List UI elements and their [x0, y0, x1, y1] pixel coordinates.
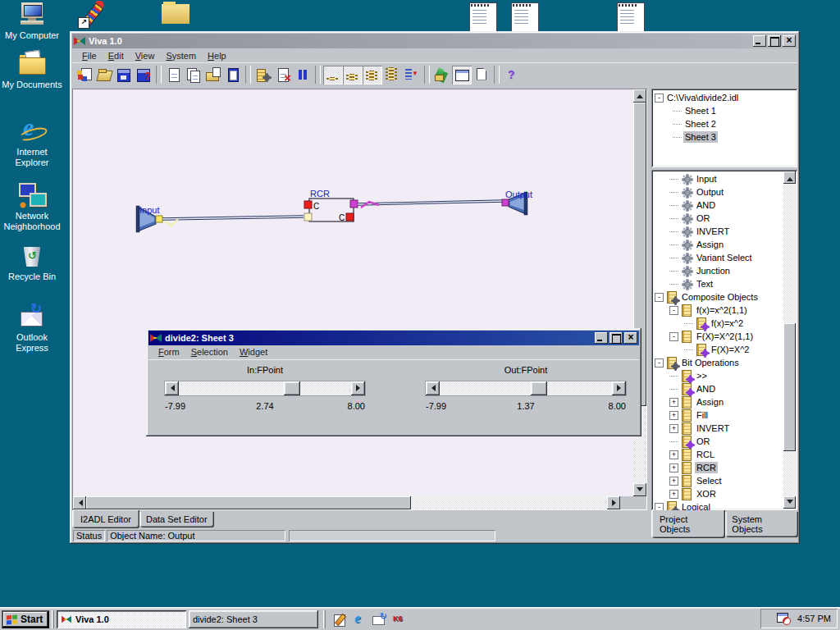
slider-thumb[interactable]	[284, 381, 300, 395]
tree-item-label[interactable]: Sheet 3	[683, 131, 718, 143]
new-leaves-button[interactable]	[432, 66, 452, 84]
rcr-object[interactable]: RCR C C	[304, 189, 358, 222]
slider-track[interactable]	[440, 381, 612, 395]
tree-item-label[interactable]: Bit Operations	[680, 357, 741, 368]
tree-item[interactable]: INVERT	[653, 225, 783, 238]
tree-item[interactable]: Sheet 3	[653, 130, 796, 144]
selection-menu[interactable]: Selection	[185, 346, 234, 358]
tree-item[interactable]: Variant Select	[653, 251, 783, 264]
tree-item-label[interactable]: Variant Select	[695, 252, 754, 263]
tree-item[interactable]: +INVERT	[653, 422, 783, 435]
tree-item[interactable]: AND	[653, 199, 783, 212]
child-title-bar[interactable]: divide2: Sheet 3	[148, 331, 639, 345]
wire-rcr-to-output[interactable]	[358, 201, 504, 208]
hscroll-right-button[interactable]	[607, 496, 620, 509]
tree-item[interactable]: +RCR	[653, 461, 783, 474]
pause-button[interactable]	[293, 66, 313, 84]
maximize-button[interactable]	[768, 35, 781, 47]
quicklaunch-media-icon[interactable]	[392, 613, 406, 627]
wire-input-to-rcr[interactable]	[162, 217, 304, 226]
save-button[interactable]	[114, 66, 134, 84]
tree-item[interactable]: +Select	[653, 474, 783, 487]
task-scheduler-icon[interactable]	[777, 612, 791, 625]
tree-expander[interactable]: +	[669, 411, 678, 420]
tree-expander[interactable]: +	[669, 450, 678, 459]
tree-vertical-scrollbar[interactable]	[783, 171, 796, 509]
open-button[interactable]	[94, 66, 114, 84]
tree-item[interactable]: -C:\Viva\divide2.idl	[653, 91, 796, 104]
hscroll-left-button[interactable]	[73, 496, 86, 509]
desktop-icon-network-neighborhood[interactable]: Network Neighborhood	[0, 182, 64, 232]
slider-thumb[interactable]	[531, 381, 547, 395]
tree-item[interactable]: f(x)=x^2	[653, 317, 783, 330]
tree-expander[interactable]: +	[669, 398, 678, 407]
tree-item[interactable]: +Assign	[653, 395, 783, 409]
slider-left-arrow[interactable]	[426, 381, 440, 395]
taskbar-button-viva[interactable]: Viva 1.0	[57, 610, 186, 628]
tree-item-label[interactable]: OR	[695, 436, 712, 447]
tree-scroll-down-button[interactable]	[783, 496, 796, 509]
tree-item-label[interactable]: Select	[695, 475, 724, 486]
tree-item[interactable]: -Bit Operations	[653, 356, 783, 369]
tab-project-objects[interactable]: Project Objects	[651, 510, 725, 538]
copy-sheet-button[interactable]	[184, 66, 203, 84]
slider-track[interactable]	[179, 381, 351, 395]
tree-item[interactable]: Output	[653, 185, 783, 199]
tree-item[interactable]: AND	[653, 382, 783, 395]
slider-right-arrow[interactable]	[351, 381, 365, 395]
tree-item[interactable]: -F(X)=X^2(1,1)	[653, 330, 783, 343]
paste-to-folder-button[interactable]	[203, 66, 223, 84]
value-slider[interactable]	[426, 381, 626, 395]
tree-expander[interactable]: -	[669, 306, 678, 315]
tree-item-label[interactable]: Fill	[695, 409, 710, 421]
tree-item[interactable]: >>	[653, 369, 783, 382]
tree-item[interactable]: Sheet 2	[653, 117, 796, 130]
tree-expander[interactable]: -	[669, 332, 678, 341]
main-title-bar[interactable]: Viva 1.0	[72, 34, 797, 48]
tree-item-label[interactable]: AND	[695, 383, 717, 395]
slider-right-arrow[interactable]	[612, 381, 626, 395]
view-menu[interactable]: View	[130, 50, 161, 62]
notepad-document-icon[interactable]	[511, 2, 539, 32]
child-minimize-button[interactable]	[595, 332, 608, 344]
tree-item-label[interactable]: C:\Viva\divide2.idl	[665, 92, 740, 103]
tree-expander[interactable]: +	[669, 463, 678, 472]
file-menu[interactable]: File	[76, 50, 103, 62]
tree-item-label[interactable]: f(x)=x^2	[710, 317, 745, 329]
tree-item[interactable]: +XOR	[653, 487, 783, 500]
tree-item-label[interactable]: OR	[695, 212, 712, 224]
notepad-document-icon[interactable]	[617, 2, 645, 32]
widget-menu[interactable]: Widget	[234, 346, 273, 358]
system-menu[interactable]: System	[160, 50, 202, 62]
vscroll-down-button[interactable]	[633, 483, 646, 496]
child-close-button[interactable]	[624, 332, 637, 344]
tree-item[interactable]: Sheet 1	[653, 104, 796, 117]
output-transducer[interactable]: Output	[502, 189, 532, 215]
help-menu[interactable]: Help	[202, 50, 232, 62]
desktop-icon-my-computer[interactable]: My Computer	[0, 2, 64, 41]
viva-shortcut-icon[interactable]	[78, 1, 106, 30]
tree-item[interactable]: -Logical	[653, 500, 783, 510]
tree-item-label[interactable]: RCL	[695, 449, 716, 460]
tree-item-label[interactable]: Sheet 1	[683, 105, 718, 116]
tree-item[interactable]: +RCL	[653, 448, 783, 461]
tree-expander[interactable]: +	[669, 477, 678, 486]
tree-item-label[interactable]: RCR	[695, 462, 718, 473]
tab-data-set-editor[interactable]: Data Set Editor	[139, 512, 214, 527]
tree-item[interactable]: +Fill	[653, 409, 783, 422]
edit-menu[interactable]: Edit	[103, 50, 130, 62]
tree-item[interactable]: -f(x)=x^2(1,1)	[653, 304, 783, 317]
tree-item-label[interactable]: INVERT	[695, 226, 731, 237]
new-page-button[interactable]	[472, 66, 491, 84]
quicklaunch-mail-icon[interactable]	[372, 613, 386, 627]
tree-item-label[interactable]: INVERT	[695, 422, 731, 434]
form-menu[interactable]: Form	[153, 346, 185, 358]
tree-scroll-up-button[interactable]	[783, 171, 796, 184]
tree-item[interactable]: -Composite Objects	[653, 290, 783, 304]
start-button[interactable]: Start	[2, 610, 49, 628]
tree-item[interactable]: Text	[653, 277, 783, 290]
tree-item-label[interactable]: Sheet 2	[683, 118, 718, 130]
vscroll-up-button[interactable]	[633, 89, 646, 103]
save-as-button[interactable]	[134, 66, 153, 84]
tree-item-label[interactable]: Composite Objects	[680, 291, 760, 303]
